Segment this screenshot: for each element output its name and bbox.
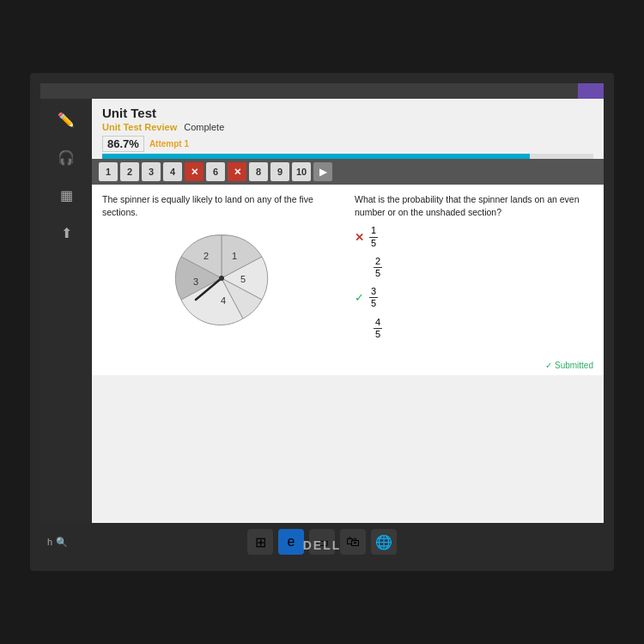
q-btn-1[interactable]: 1 [99,162,118,181]
review-link[interactable]: Unit Test Review [102,122,177,132]
status-badge: Complete [184,122,224,132]
taskbar: h 🔍 ⊞ e ▭ 🛍 🌐 DELL [40,523,604,561]
grid-icon[interactable]: ▦ [52,181,80,209]
question-right: What is the probability that the spinner… [355,193,593,347]
top-strip [578,83,604,99]
answer-option-4[interactable]: 4 5 [355,317,593,340]
start-icon[interactable]: ⊞ [247,529,273,555]
answer-option-2[interactable]: 2 5 [355,256,593,279]
fraction-3: 3 5 [369,286,378,309]
spinner-svg: 1 2 3 4 5 [170,227,273,330]
correct-icon-3: ✓ [355,291,364,304]
svg-text:3: 3 [193,276,198,287]
q-btn-next[interactable]: ▶ [313,162,332,181]
q-btn-8[interactable]: 8 [249,162,268,181]
svg-text:1: 1 [232,251,237,261]
subtitle-row: Unit Test Review Complete [102,122,593,132]
monitor-bezel: ✏️ 🎧 ▦ ⬆ Unit Test Unit Test Review Comp… [30,73,614,571]
fraction-1: 1 5 [369,225,378,248]
q-btn-4[interactable]: 4 [163,162,182,181]
attempt-label: Attempt 1 [149,139,189,149]
q-btn-7[interactable]: ✕ [228,162,246,181]
left-sidebar: ✏️ 🎧 ▦ ⬆ [40,99,92,561]
q-btn-10[interactable]: 10 [292,162,311,181]
score-row: 86.7% Attempt 1 [102,136,593,152]
fraction-2: 2 5 [374,256,382,279]
svg-text:4: 4 [221,295,226,306]
svg-point-7 [219,276,224,281]
q-btn-6[interactable]: 6 [206,162,225,181]
question-left-text: The spinner is equally likely to land on… [102,193,341,218]
score-value: 86.7% [102,136,144,152]
q-btn-2[interactable]: 2 [120,162,139,181]
svg-text:2: 2 [204,251,209,261]
search-area: h 🔍 [47,537,68,548]
up-arrow-icon[interactable]: ⬆ [52,219,80,246]
question-right-text: What is the probability that the spinner… [355,193,593,218]
submitted-label: ✓ Submitted [545,361,593,370]
pencil-icon[interactable]: ✏️ [52,106,80,133]
question-nav: 1 2 3 4 ✕ 6 ✕ 8 9 10 ▶ [92,159,604,185]
answer-option-3[interactable]: ✓ 3 5 [355,286,593,309]
headphone-icon[interactable]: 🎧 [52,143,80,171]
question-left: The spinner is equally likely to land on… [102,193,341,347]
store-icon[interactable]: 🛍 [340,529,366,555]
content-area: Unit Test Unit Test Review Complete 86.7… [92,99,604,561]
header: Unit Test Unit Test Review Complete 86.7… [92,99,604,159]
dell-logo: DELL [303,538,342,552]
screen: ✏️ 🎧 ▦ ⬆ Unit Test Unit Test Review Comp… [40,83,604,561]
search-icon: 🔍 [56,537,68,548]
q-btn-3[interactable]: 3 [142,162,161,181]
search-letter: h [47,537,52,547]
question-area: The spinner is equally likely to land on… [92,185,604,355]
spinner-container: 1 2 3 4 5 [102,227,341,330]
q-btn-9[interactable]: 9 [270,162,289,181]
edge-icon[interactable]: e [278,529,304,555]
q-btn-5[interactable]: ✕ [185,162,204,181]
fraction-4: 4 5 [374,317,382,340]
check-icon: ✓ [545,361,552,370]
chrome-icon[interactable]: 🌐 [371,529,397,555]
submitted-row: ✓ Submitted [92,355,604,375]
svg-text:5: 5 [240,274,246,284]
wrong-icon-1: ✕ [355,231,364,244]
answer-option-1[interactable]: ✕ 1 5 [355,225,593,248]
page-title: Unit Test [102,106,593,120]
